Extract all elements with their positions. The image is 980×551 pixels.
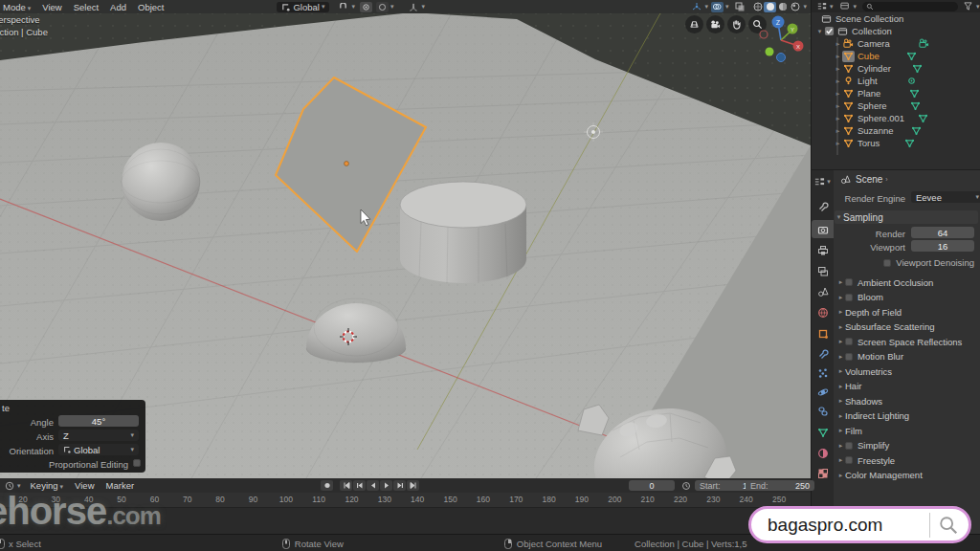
section-checkbox[interactable] [845,338,853,345]
tab-modifiers[interactable] [812,343,834,362]
section-freestyle[interactable]: ▸Freestyle [836,453,978,467]
section-label: Volumetrics [845,366,892,377]
hand-icon[interactable] [727,15,746,33]
shading-dropdown[interactable]: ▾ [803,3,807,11]
section-checkbox[interactable] [845,278,853,286]
menu-select[interactable]: Select [68,2,104,12]
section-sampling[interactable]: ▾Sampling [835,210,978,224]
section-checkbox[interactable] [845,442,853,450]
angle-field[interactable]: 45° [58,415,139,427]
jump-last-button[interactable] [407,480,419,491]
object-cylinder[interactable] [400,182,526,283]
falloff-icon[interactable] [408,2,420,12]
section-checkbox[interactable] [845,456,853,464]
section-checkbox[interactable] [845,294,853,301]
section-film[interactable]: ▸Film [836,424,978,437]
orientation-dropdown[interactable]: Global▾ [58,444,139,455]
section-bloom[interactable]: ▸Bloom [836,291,978,304]
section-label: Subsurface Scattering [845,321,934,332]
transform-orientation-dropdown[interactable]: Global ▾ [277,2,329,12]
tab-particles[interactable] [812,364,834,382]
frame-end-field[interactable]: End:250 [746,480,814,491]
object-origin-dot [345,162,349,166]
camera-icon[interactable] [706,15,724,33]
properties-editor-type-dropdown[interactable]: ▾ [812,172,834,190]
auto-keying-clock-icon[interactable] [679,480,692,491]
tab-object-data[interactable] [812,423,834,441]
tab-constraints[interactable] [812,402,834,420]
menu-add[interactable]: Add [104,2,132,12]
status-left-label: x Select [9,539,41,549]
play-button[interactable] [380,480,392,491]
shading-rendered-icon[interactable] [789,2,801,12]
section-volumetrics[interactable]: ▸Volumetrics [836,364,978,378]
current-frame-field[interactable]: 0 [629,480,675,491]
section-ambient-occlusion[interactable]: ▸Ambient Occlusion [836,276,978,289]
grid-icon[interactable] [685,15,703,33]
section-depth-of-field[interactable]: ▸Depth of Field [836,305,978,319]
section-simplify[interactable]: ▸Simplify [836,439,978,452]
snap-dropdown[interactable]: ▾ [351,3,355,11]
timeline-editor-dropdown[interactable]: ▾ [17,482,21,490]
falloff-dropdown[interactable]: ▾ [422,3,426,11]
orientation-icon [281,3,290,11]
section-checkbox[interactable] [845,353,853,361]
record-button[interactable] [321,480,333,491]
object-sphere[interactable] [122,143,200,221]
section-shadows[interactable]: ▸Shadows [836,394,978,408]
viewport-denoising-checkbox[interactable] [883,259,891,267]
menu-view[interactable]: View [36,2,67,12]
ruler-tick-190: 190 [575,495,589,504]
next-keyframe-button[interactable] [393,480,406,491]
tab-material[interactable] [812,444,834,462]
menu-object[interactable]: Object [132,2,169,12]
tab-scene[interactable] [812,282,834,300]
section-hair[interactable]: ▸Hair [836,380,978,393]
section-label: Depth of Field [845,307,902,318]
pivot-dropdown[interactable]: ▾ [390,3,394,11]
sampling-viewport-field[interactable]: 16 [911,240,974,252]
ruler-tick-230: 230 [706,495,720,504]
ruler-tick-150: 150 [443,495,457,504]
render-engine-label: Render Engine [812,193,905,204]
axis-dropdown[interactable]: Z▾ [58,430,139,441]
pivot-point-icon[interactable] [360,2,372,12]
angle-label: Angle [0,417,54,428]
gizmos-icon[interactable] [690,2,702,12]
section-motion-blur[interactable]: ▸Motion Blur [836,350,978,364]
svg-text:X: X [796,44,800,50]
play-reverse-button[interactable] [367,480,379,491]
section-label: Bloom [858,292,883,302]
prev-keyframe-button[interactable] [353,480,366,491]
navigation-gizmo[interactable]: Z Y X [756,11,811,66]
operator-panel-title[interactable]: te [2,403,10,413]
section-screen-space-reflections[interactable]: ▸Screen Space Reflections [836,335,978,348]
frame-start-field[interactable]: Start:1 [695,480,752,491]
jump-first-button[interactable] [340,480,352,491]
shading-material-icon[interactable] [776,2,789,12]
xray-icon[interactable] [733,2,746,12]
tab-physics[interactable] [812,383,834,401]
shading-solid-icon[interactable] [764,2,776,12]
section-color-management[interactable]: ▸Color Management [836,469,978,482]
search-icon[interactable] [938,515,959,536]
menu-mode[interactable]: Mode▾ [0,2,36,12]
shading-wireframe-icon[interactable] [751,2,764,12]
proportional-editing-checkbox[interactable] [133,459,141,467]
overlays-icon[interactable] [711,2,724,12]
overlays-dropdown[interactable]: ▾ [725,3,729,11]
sampling-render-field[interactable]: 64 [911,227,974,238]
tab-world[interactable] [812,303,834,321]
orientation-label: Orientation [0,446,54,456]
bagaspro-search-watermark[interactable]: bagaspro.com [748,506,971,543]
section-label: Ambient Occlusion [858,277,933,288]
tab-object[interactable] [812,324,834,342]
section-label: Film [845,426,862,436]
snap-magnet-icon[interactable] [337,2,349,12]
tab-texture[interactable] [812,464,834,482]
gizmos-dropdown[interactable]: ▾ [704,3,708,11]
section-subsurface-scattering[interactable]: ▸Subsurface Scattering [836,320,978,334]
section-indirect-lighting[interactable]: ▸Indirect Lighting [836,409,978,423]
render-engine-dropdown[interactable]: Eevee▾ [911,191,980,203]
proportional-editing-icon[interactable] [376,2,389,12]
